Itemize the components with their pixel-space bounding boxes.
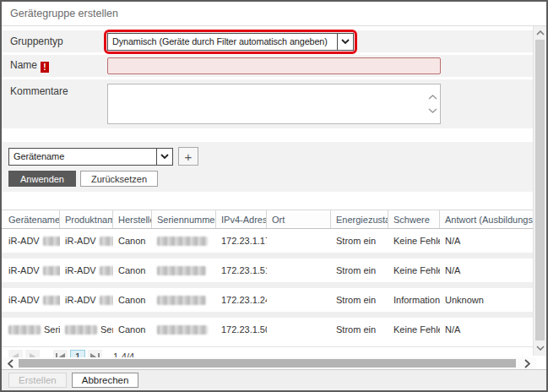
row-separator <box>2 282 534 288</box>
filter-section: Gerätename + Anwenden Zurücksetzen <box>2 142 534 192</box>
table-header-row: GerätenameProduktnameHerstellerSeriennum… <box>2 210 534 229</box>
table-cell: 172.23.1.246 <box>216 288 267 312</box>
column-header-gerätename[interactable]: Gerätename <box>2 210 60 228</box>
annotation-highlight: Dynamisch (Geräte durch Filter automatis… <box>104 30 357 54</box>
first-page-button[interactable] <box>53 350 68 357</box>
current-page-indicator[interactable]: 1 <box>70 350 85 358</box>
column-header-ipv4-adresse[interactable]: IPv4-Adresse <box>216 210 267 228</box>
name-input[interactable] <box>107 57 441 74</box>
table-cell: 172.23.1.175 <box>216 229 267 253</box>
add-filter-button[interactable]: + <box>178 147 198 166</box>
required-icon: ! <box>41 62 49 73</box>
cancel-button[interactable]: Abbrechen <box>72 373 139 388</box>
table-cell <box>152 288 216 312</box>
table-cell: Unknown <box>440 288 534 312</box>
last-page-button[interactable] <box>88 350 102 357</box>
table-cell: N/A <box>440 259 534 282</box>
table-cell: N/A <box>440 318 534 341</box>
table-row[interactable]: iR-ADViR-ADVCanon172.23.1.51Strom einKei… <box>2 259 534 282</box>
group-type-label: Gruppentyp <box>10 35 107 47</box>
dialog-body: Gruppentyp Dynamisch (Geräte durch Filte… <box>2 26 546 369</box>
vertical-scrollbar-thumb[interactable] <box>535 40 545 340</box>
next-page-button[interactable] <box>25 350 40 357</box>
table-cell <box>152 318 216 341</box>
create-device-group-dialog: Gerätegruppe erstellen Gruppentyp Dynami… <box>0 0 548 392</box>
table-cell: Keine Fehler <box>388 259 440 282</box>
chevron-down-icon <box>337 34 353 50</box>
column-header-ort[interactable]: Ort <box>267 210 331 228</box>
group-type-selected-value: Dynamisch (Geräte durch Filter automatis… <box>108 36 337 46</box>
redacted-text <box>157 237 208 246</box>
table-row[interactable]: iR-ADViR-ADVCanon172.23.1.175Strom einKe… <box>2 229 534 253</box>
table-cell <box>267 318 331 341</box>
table-cell: Keine Fehler <box>388 318 440 341</box>
table-cell: iR-ADV <box>2 229 60 253</box>
scroll-left-icon[interactable] <box>4 357 16 369</box>
group-type-select[interactable]: Dynamisch (Geräte durch Filter automatis… <box>107 33 354 51</box>
dialog-title-bar: Gerätegruppe erstellen <box>2 2 546 26</box>
filter-attribute-select[interactable]: Gerätename <box>8 148 173 166</box>
vertical-scrollbar[interactable] <box>533 26 546 356</box>
table-row[interactable]: iR-ADViR-ADVCanon172.23.1.246Strom einIn… <box>2 288 534 312</box>
table-cell: Canon <box>113 288 152 312</box>
table-cell <box>267 259 331 282</box>
scrollable-content: Gruppentyp Dynamisch (Geräte durch Filte… <box>2 26 534 357</box>
redacted-text <box>100 237 113 246</box>
table-cell: Series <box>60 318 113 341</box>
column-header-seriennummer[interactable]: Seriennummer <box>152 210 216 228</box>
device-table-body: iR-ADViR-ADVCanon172.23.1.175Strom einKe… <box>2 229 534 341</box>
reset-button[interactable]: Zurücksetzen <box>80 171 158 187</box>
table-cell: Strom ein <box>331 318 388 341</box>
redacted-text <box>157 325 208 335</box>
redacted-text <box>100 266 113 275</box>
row-separator <box>2 312 534 318</box>
spacer <box>2 131 534 142</box>
table-cell: 172.23.1.50 <box>216 318 267 341</box>
group-type-row: Gruppentyp Dynamisch (Geräte durch Filte… <box>2 30 534 52</box>
table-cell: 172.23.1.51 <box>216 259 267 282</box>
table-cell: iR-ADV <box>60 259 113 282</box>
table-cell <box>152 229 216 253</box>
create-button[interactable]: Erstellen <box>8 373 67 388</box>
comments-label: Kommentare <box>10 79 107 97</box>
horizontal-scrollbar[interactable] <box>2 357 536 369</box>
comments-textarea[interactable] <box>108 84 440 123</box>
scroll-down-icon[interactable] <box>534 342 546 354</box>
row-separator <box>2 253 534 259</box>
apply-button[interactable]: Anwenden <box>8 171 76 187</box>
dialog-footer: Erstellen Abbrechen <box>2 369 546 390</box>
scroll-right-icon[interactable] <box>521 357 533 369</box>
table-cell: Series <box>2 318 60 341</box>
table-cell <box>267 288 331 312</box>
filter-attribute-value: Gerätename <box>9 151 156 161</box>
table-row[interactable]: SeriesSeriesCanon172.23.1.50Strom einKei… <box>2 318 534 341</box>
table-cell <box>267 229 331 253</box>
scroll-up-icon[interactable] <box>534 27 546 39</box>
table-cell: Canon <box>113 318 152 341</box>
table-cell <box>152 259 216 282</box>
pagination-bar: 1 1-4/4 <box>2 346 534 357</box>
pagination-range-text: 1-4/4 <box>113 351 134 357</box>
column-header-schwere[interactable]: Schwere <box>388 210 440 228</box>
chevron-down-icon <box>156 149 172 165</box>
redacted-text <box>43 296 60 305</box>
column-header-hersteller[interactable]: Hersteller <box>113 210 152 228</box>
redacted-text <box>65 325 97 335</box>
spacer <box>2 192 534 210</box>
name-row: Name! <box>2 55 534 77</box>
redacted-text <box>43 266 60 275</box>
table-cell: iR-ADV <box>2 288 60 312</box>
redacted-text <box>8 325 41 335</box>
redacted-text <box>100 296 113 305</box>
table-cell: iR-ADV <box>60 229 113 253</box>
table-cell: Informationen <box>388 288 440 312</box>
column-header-antwort-ausbildungsstufe[interactable]: Antwort (Ausbildungsstufe) <box>440 210 534 228</box>
table-cell: iR-ADV <box>60 288 113 312</box>
table-cell: Canon <box>113 229 152 253</box>
comments-row: Kommentare <box>2 79 534 128</box>
column-header-produktname[interactable]: Produktname <box>60 210 113 228</box>
previous-page-button[interactable] <box>8 350 23 357</box>
redacted-text <box>43 237 60 246</box>
horizontal-scrollbar-thumb[interactable] <box>19 359 516 368</box>
column-header-energiezustand[interactable]: Energiezustand <box>331 210 388 228</box>
